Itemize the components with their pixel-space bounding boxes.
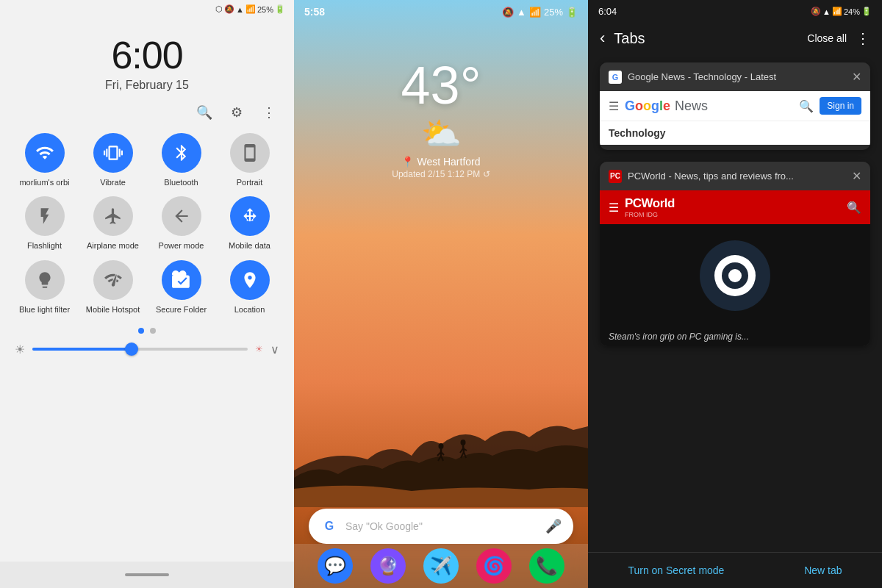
dock-phone[interactable]: 📞: [529, 548, 564, 584]
settings-button[interactable]: ⚙: [226, 102, 247, 123]
p2-time: 5:58: [304, 6, 325, 18]
pcworld-caption: Steam's iron grip on PC gaming is...: [600, 327, 870, 346]
dock-fold[interactable]: 🌀: [476, 548, 512, 584]
tabs-more-button[interactable]: ⋮: [856, 29, 870, 47]
p1-toolbar: 🔍 ⚙ ⋮: [0, 95, 294, 130]
p1-date: Fri, February 15: [0, 79, 294, 92]
dock-messages[interactable]: 💬: [318, 548, 353, 584]
weather-location: 📍 West Hartford: [401, 156, 480, 168]
pcworld-preview-content: [600, 224, 870, 327]
weather-container: 43° ⛅ 📍 West Hartford Updated 2/15 1:12 …: [294, 59, 588, 179]
p2-battery: 25%: [544, 7, 563, 18]
p3-battery-icon: 🔋: [861, 7, 872, 16]
pcworld-from-text: FROM IDG: [625, 211, 675, 218]
search-button[interactable]: 🔍: [194, 102, 215, 123]
tile-securefolder[interactable]: Secure Folder: [151, 260, 211, 315]
tile-mobiledata[interactable]: Mobile data: [220, 196, 279, 251]
pcworld-tab-content: ☰ PCWorld FROM IDG 🔍: [600, 190, 870, 346]
tile-flashlight[interactable]: Flashlight: [15, 196, 74, 251]
google-g-logo: G: [320, 517, 338, 535]
bluetooth-status-icon: ⬡: [215, 4, 223, 14]
mobiledata-tile-icon: [230, 196, 270, 236]
more-button[interactable]: ⋮: [259, 102, 279, 123]
tile-bluetooth[interactable]: Bluetooth: [151, 133, 211, 187]
steam-logo-icon: [698, 239, 772, 312]
close-all-button[interactable]: Close all: [807, 32, 847, 44]
page-dot-2[interactable]: [150, 328, 156, 334]
portrait-tile-icon: [230, 133, 270, 173]
tabs-container: G Google News - Technology - Latest ✕ ☰ …: [588, 54, 882, 552]
p3-status-bar: 6:04 🔕 ▲ 📶 24% 🔋: [588, 0, 882, 23]
search-placeholder: Say "Ok Google": [345, 520, 538, 532]
brightness-low-icon: ☀: [15, 343, 25, 356]
tile-portrait-label: Portrait: [237, 177, 262, 187]
p2-vibrate-icon: 🔕: [502, 7, 514, 18]
tile-location[interactable]: Location: [220, 260, 279, 315]
page-dots: [0, 328, 294, 334]
tile-hotspot-label: Mobile Hotspot: [86, 304, 140, 315]
tile-portrait[interactable]: Portrait: [220, 133, 279, 187]
pcworld-search-icon: 🔍: [847, 201, 861, 215]
p3-battery: 24%: [844, 7, 860, 16]
tile-wifi-label: morlium's orbi: [19, 177, 69, 187]
pcworld-favicon: PC: [609, 170, 622, 183]
p1-status-icons: ⬡ 🔕 ▲ 📶 25% 🔋: [215, 4, 285, 14]
pcworld-menu-icon: ☰: [609, 201, 619, 215]
pcworld-preview-header: ☰ PCWorld FROM IDG 🔍: [600, 190, 870, 224]
tile-vibrate[interactable]: Vibrate: [83, 133, 143, 187]
tile-powermode-label: Power mode: [159, 240, 204, 251]
battery-status-text: 25%: [257, 5, 273, 14]
hotspot-tile-icon: [93, 260, 133, 300]
location-pin-icon: 📍: [401, 156, 414, 168]
tab-header-pcworld: PC PCWorld - News, tips and reviews fro.…: [600, 162, 870, 190]
dock-mercury[interactable]: 🔮: [370, 548, 406, 584]
brightness-row: ☀ ☀ ∨: [0, 338, 294, 361]
tile-wifi[interactable]: morlium's orbi: [15, 133, 74, 187]
brightness-thumb[interactable]: [125, 343, 138, 356]
pcworld-tab-close[interactable]: ✕: [852, 169, 861, 183]
p1-time: 6:00: [0, 33, 294, 77]
gnews-menu-icon: ☰: [609, 99, 619, 113]
back-button[interactable]: ‹: [600, 29, 605, 48]
weather-cloud-icon: ⛅: [421, 115, 462, 153]
gnews-preview-header: ☰ Google News 🔍 Sign in: [600, 91, 870, 121]
tab-card-gnews[interactable]: G Google News - Technology - Latest ✕ ☰ …: [600, 62, 870, 150]
gnews-tab-title: Google News - Technology - Latest: [628, 71, 846, 82]
secret-mode-button[interactable]: Turn on Secret mode: [616, 562, 736, 579]
tile-vibrate-label: Vibrate: [100, 177, 126, 187]
weather-updated: Updated 2/15 1:12 PM ↺: [392, 169, 490, 179]
gnews-logo: Google News: [625, 98, 708, 114]
gnews-signin-button[interactable]: Sign in: [820, 97, 861, 115]
bluetooth-tile-icon: [162, 133, 201, 173]
notification-shade: ⬡ 🔕 ▲ 📶 25% 🔋 6:00 Fri, February 15 🔍 ⚙ …: [0, 0, 294, 588]
wifi-tile-icon: [25, 133, 65, 173]
page-dot-1[interactable]: [138, 328, 144, 334]
brightness-slider[interactable]: [32, 348, 248, 351]
p2-wifi-icon: ▲: [517, 7, 526, 18]
dock-spark[interactable]: ✈️: [423, 548, 459, 584]
home-screen: 5:58 🔕 ▲ 📶 25% 🔋 43° ⛅ 📍 West Hartford U…: [294, 0, 588, 588]
vibrate-tile-icon: [93, 133, 133, 173]
tab-card-pcworld[interactable]: PC PCWorld - News, tips and reviews fro.…: [600, 162, 870, 346]
brightness-expand-button[interactable]: ∨: [270, 343, 279, 356]
tile-airplane[interactable]: Airplane mode: [83, 196, 143, 251]
gnews-section-label: Technology: [600, 121, 870, 145]
tile-flashlight-label: Flashlight: [27, 240, 62, 251]
flashlight-tile-icon: [25, 196, 65, 236]
tile-bluelight[interactable]: Blue light filter: [15, 260, 74, 315]
vibrate-status-icon: 🔕: [224, 4, 234, 14]
app-dock: 💬 🔮 ✈️ 🌀 📞: [294, 544, 588, 588]
pcworld-logo: PCWorld: [625, 196, 675, 210]
new-tab-button[interactable]: New tab: [792, 562, 853, 579]
tile-powermode[interactable]: Power mode: [151, 196, 211, 251]
tab-header-gnews: G Google News - Technology - Latest ✕: [600, 62, 870, 91]
p3-signal-icon: 📶: [832, 7, 842, 16]
nav-handle[interactable]: [125, 573, 169, 576]
p1-nav-bar: [0, 562, 294, 588]
silhouette-scene: [294, 390, 588, 507]
tile-hotspot[interactable]: Mobile Hotspot: [83, 260, 143, 315]
google-search-bar[interactable]: G Say "Ok Google" 🎤: [309, 509, 573, 544]
mic-icon[interactable]: 🎤: [545, 518, 562, 534]
gnews-tab-close[interactable]: ✕: [852, 70, 861, 84]
gnews-favicon: G: [609, 71, 622, 84]
